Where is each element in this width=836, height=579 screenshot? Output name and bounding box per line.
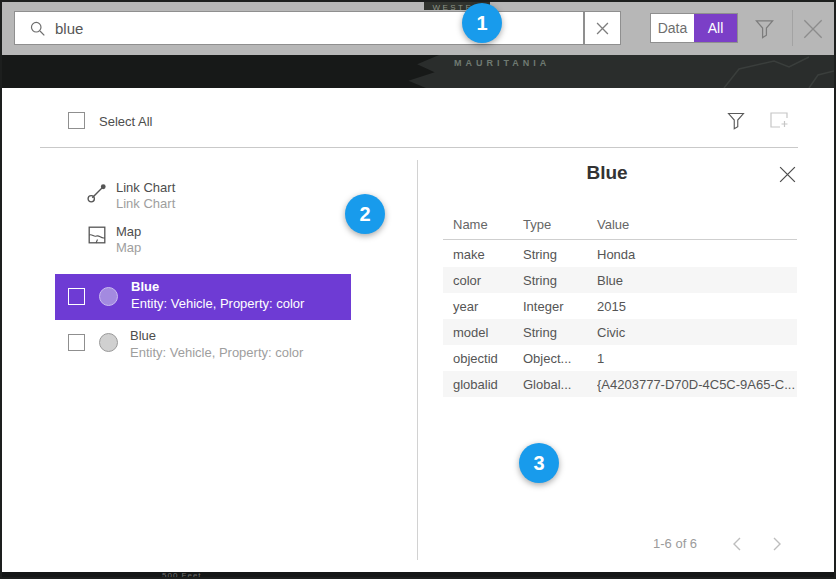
cell-type: String <box>523 247 597 262</box>
cell-type: String <box>523 325 597 340</box>
map-icon <box>88 226 106 244</box>
result-item-title[interactable]: Blue <box>130 328 156 343</box>
cell-name: model <box>453 325 523 340</box>
callout-1: 1 <box>462 3 502 43</box>
cell-type: String <box>523 273 597 288</box>
column-header-type: Type <box>523 217 551 232</box>
table-row[interactable]: make String Honda <box>443 241 797 267</box>
table-header-divider <box>443 239 797 240</box>
add-to-selection-icon[interactable] <box>768 110 791 131</box>
result-item-subtitle: Entity: Vehicle, Property: color <box>131 296 304 311</box>
table-row[interactable]: globalid Global... {A4203777-D70D-4C5C-9… <box>443 371 797 397</box>
toolbar-close-icon[interactable] <box>800 16 826 42</box>
clear-x-icon <box>596 22 609 35</box>
search-toolbar: WESTER Data All <box>2 2 834 55</box>
pagination-next-icon[interactable] <box>772 537 782 551</box>
segment-all[interactable]: All <box>694 14 737 42</box>
cell-value: 1 <box>597 351 797 366</box>
map-border-lines <box>714 55 834 88</box>
result-item-selected[interactable]: Blue Entity: Vehicle, Property: color <box>55 274 351 320</box>
result-item-title[interactable]: Link Chart <box>116 180 175 195</box>
cell-type: Integer <box>523 299 597 314</box>
map-label-mauritania: MAURITANIA <box>454 58 550 68</box>
table-row[interactable]: objectid Object... 1 <box>443 345 797 371</box>
cell-value: 2015 <box>597 299 797 314</box>
cell-value: {A4203777-D70D-4C5C-9A65-C... <box>597 377 797 392</box>
cell-name: color <box>453 273 523 288</box>
detail-title: Blue <box>417 162 797 184</box>
toolbar-filter-icon[interactable] <box>754 17 775 40</box>
pagination-prev-icon[interactable] <box>732 537 742 551</box>
panel-header-divider <box>40 147 798 148</box>
clear-search-button[interactable] <box>584 11 621 45</box>
result-checkbox[interactable] <box>68 334 85 351</box>
map-background-strip: MAURITANIA <box>2 55 834 88</box>
cell-value: Blue <box>597 273 797 288</box>
select-all-checkbox[interactable] <box>68 112 85 129</box>
map-scale-text: 500 Feet <box>162 572 202 577</box>
cell-value: Honda <box>597 247 797 262</box>
cell-value: Civic <box>597 325 797 340</box>
result-item-title: Blue <box>131 279 159 294</box>
result-item-subtitle: Entity: Vehicle, Property: color <box>130 345 303 360</box>
toolbar-divider <box>792 10 793 46</box>
list-detail-divider <box>417 160 418 560</box>
data-all-segmented-control: Data All <box>650 13 738 43</box>
callout-2: 2 <box>345 194 385 234</box>
pagination-label: 1-6 of 6 <box>653 536 697 551</box>
search-icon <box>29 20 46 37</box>
table-row[interactable]: color String Blue <box>443 267 797 293</box>
result-checkbox[interactable] <box>68 288 85 305</box>
cell-name: make <box>453 247 523 262</box>
cell-type: Object... <box>523 351 597 366</box>
entity-circle-icon <box>99 333 118 352</box>
select-all-label: Select All <box>99 114 152 129</box>
link-chart-icon <box>86 181 109 204</box>
detail-close-icon[interactable] <box>778 165 797 184</box>
column-header-value: Value <box>597 217 629 232</box>
map-bottom-strip: 500 Feet <box>2 572 834 577</box>
search-overlay-screen: WESTER Data All MAURITANIA <box>0 0 836 579</box>
table-row[interactable]: model String Civic <box>443 319 797 345</box>
cell-type: Global... <box>523 377 597 392</box>
map-ocean-area <box>2 55 439 88</box>
cell-name: globalid <box>453 377 523 392</box>
results-filter-icon[interactable] <box>726 110 746 131</box>
table-row[interactable]: year Integer 2015 <box>443 293 797 319</box>
entity-circle-icon <box>99 287 118 306</box>
column-header-name: Name <box>453 217 488 232</box>
segment-data[interactable]: Data <box>651 14 694 42</box>
result-item-title[interactable]: Map <box>116 224 141 239</box>
search-results-panel: Select All Link Chart Link Chart Map Map… <box>2 88 834 572</box>
result-item-subtitle: Link Chart <box>116 196 175 211</box>
result-item-subtitle: Map <box>116 240 141 255</box>
search-input[interactable] <box>55 14 505 42</box>
cell-name: year <box>453 299 523 314</box>
cell-name: objectid <box>453 351 523 366</box>
callout-3: 3 <box>519 443 559 483</box>
